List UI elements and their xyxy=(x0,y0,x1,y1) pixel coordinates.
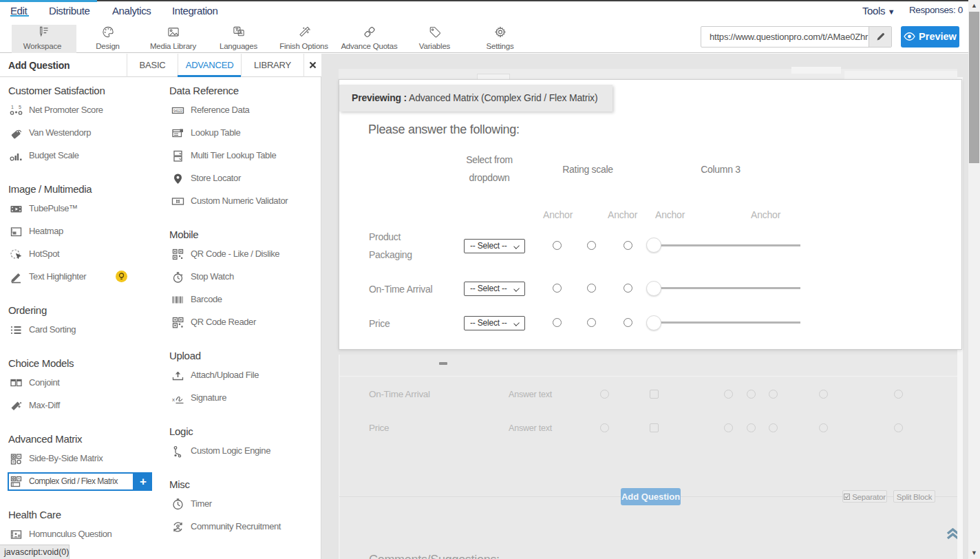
svg-text:5: 5 xyxy=(19,105,21,109)
svg-text:94122: 94122 xyxy=(173,109,182,113)
svg-text:x: x xyxy=(172,397,175,403)
svg-text:1: 1 xyxy=(11,105,14,109)
